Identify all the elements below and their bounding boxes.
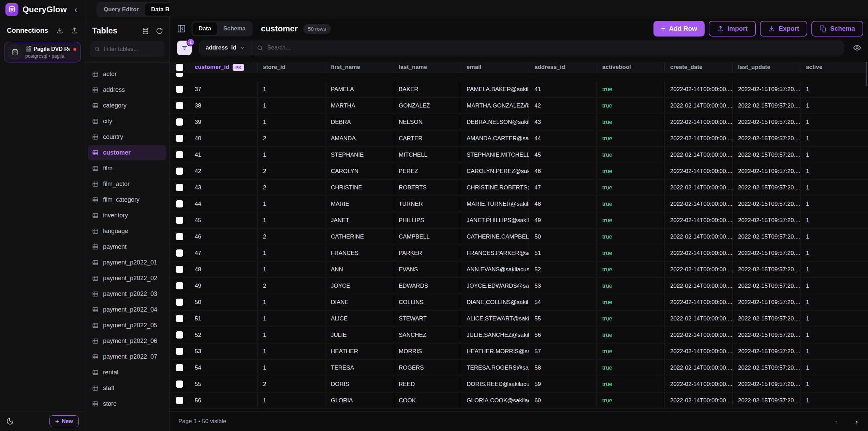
search-input[interactable]: [267, 44, 838, 51]
sidebar-item-rental[interactable]: rental: [88, 364, 166, 380]
table-row[interactable]: 371PAMELABAKERPAMELA.BAKER@sakila...41tr…: [170, 81, 868, 98]
previous-page-button[interactable]: ‹: [835, 417, 838, 426]
view-tab-data[interactable]: Data: [193, 23, 217, 35]
column-header-activebool[interactable]: activebool: [597, 62, 664, 73]
column-header-active[interactable]: active: [800, 62, 868, 73]
row-checkbox[interactable]: [176, 135, 183, 142]
sidebar-item-category[interactable]: category: [88, 98, 166, 113]
row-checkbox[interactable]: [176, 380, 183, 388]
table-row[interactable]: 391DEBRANELSONDEBRA.NELSON@sakil...43tru…: [170, 114, 868, 130]
import-button[interactable]: Import: [709, 21, 756, 37]
sidebar-item-payment-p2022-03[interactable]: payment_p2022_03: [88, 286, 166, 302]
table-row[interactable]: 402AMANDACARTERAMANDA.CARTER@sa...44true…: [170, 130, 868, 147]
sidebar-item-address[interactable]: address: [88, 82, 166, 98]
select-all-checkbox[interactable]: [176, 64, 183, 71]
row-checkbox[interactable]: [176, 348, 183, 355]
sidebar-item-film-actor[interactable]: film_actor: [88, 176, 166, 192]
tab-query-editor[interactable]: Query Editor: [98, 3, 145, 16]
filters-button[interactable]: 1: [177, 41, 192, 55]
table-row[interactable]: 531HEATHERMORRISHEATHER.MORRIS@sa...57tr…: [170, 343, 868, 360]
sidebar-item-payment-p2022-06[interactable]: payment_p2022_06: [88, 333, 166, 349]
column-header-first-name[interactable]: first_name: [325, 62, 393, 73]
row-checkbox[interactable]: [176, 233, 183, 240]
sidebar-item-film-category[interactable]: film_category: [88, 192, 166, 207]
row-checkbox[interactable]: [176, 86, 183, 93]
sidebar-item-staff[interactable]: staff: [88, 380, 166, 396]
table-row[interactable]: 441MARIETURNERMARIE.TURNER@sakila...48tr…: [170, 196, 868, 212]
row-checkbox[interactable]: [176, 118, 183, 126]
table-row[interactable]: 422CAROLYNPEREZCAROLYN.PEREZ@saki...46tr…: [170, 163, 868, 179]
database-views-button[interactable]: [142, 27, 149, 34]
row-checkbox[interactable]: [176, 184, 183, 191]
sidebar-item-customer[interactable]: customer: [88, 145, 166, 160]
row-checkbox[interactable]: [176, 331, 183, 339]
sidebar-item-actor[interactable]: actor: [88, 66, 166, 82]
row-checkbox[interactable]: [176, 397, 183, 404]
row-checkbox[interactable]: [176, 299, 183, 306]
sidebar-item-payment-p2022-04[interactable]: payment_p2022_04: [88, 302, 166, 317]
row-checkbox[interactable]: [176, 364, 183, 371]
table-row[interactable]: 381MARTHAGONZALEZMARTHA.GONZALEZ@...42tr…: [170, 98, 868, 114]
column-header-email[interactable]: email: [461, 62, 529, 73]
import-connections-button[interactable]: [56, 27, 63, 34]
sidebar-item-film[interactable]: film: [88, 160, 166, 176]
filter-tables-field[interactable]: [90, 41, 164, 57]
sidebar-item-payment[interactable]: payment: [88, 239, 166, 255]
filter-column-select[interactable]: address_id: [200, 41, 251, 55]
table-row[interactable]: 511ALICESTEWARTALICE.STEWART@sakil...55t…: [170, 311, 868, 327]
table-row[interactable]: 561GLORIACOOKGLORIA.COOK@sakilac...60tru…: [170, 392, 868, 409]
table-row[interactable]: 411STEPHANIEMITCHELLSTEPHANIE.MITCHELL..…: [170, 147, 868, 163]
sidebar-item-store[interactable]: store: [88, 396, 166, 412]
row-checkbox[interactable]: [176, 151, 183, 158]
table-row[interactable]: 451JANETPHILLIPSJANET.PHILLIPS@sakil...4…: [170, 212, 868, 229]
row-checkbox[interactable]: [176, 282, 183, 289]
table-row[interactable]: 432CHRISTINEROBERTSCHRISTINE.ROBERTS@...…: [170, 179, 868, 196]
sidebar-item-city[interactable]: city: [88, 113, 166, 129]
table-row[interactable]: 471FRANCESPARKERFRANCES.PARKER@sa...51tr…: [170, 245, 868, 261]
schema-button[interactable]: Schema: [811, 21, 863, 37]
column-header-last-update[interactable]: last_update: [732, 62, 800, 73]
add-row-button[interactable]: + Add Row: [653, 21, 705, 37]
table-row[interactable]: 492JOYCEEDWARDSJOYCE.EDWARDS@sak...53tru…: [170, 278, 868, 294]
row-checkbox[interactable]: [176, 200, 183, 207]
table-row[interactable]: 521JULIESANCHEZJULIE.SANCHEZ@sakil...56t…: [170, 327, 868, 343]
table-row[interactable]: 481ANNEVANSANN.EVANS@sakilacus...52true2…: [170, 261, 868, 278]
export-button[interactable]: Export: [760, 21, 807, 37]
table-name-label: staff: [103, 385, 115, 392]
sidebar-item-country[interactable]: country: [88, 129, 166, 145]
view-tab-schema[interactable]: Schema: [218, 23, 251, 35]
table-row[interactable]: 552DORISREEDDORIS.REED@sakilacu...59true…: [170, 376, 868, 392]
row-checkbox[interactable]: [176, 73, 183, 77]
filter-tables-input[interactable]: [103, 46, 160, 53]
sidebar-item-payment-p2022-01[interactable]: payment_p2022_01: [88, 255, 166, 270]
table-row[interactable]: 541TERESAROGERSTERESA.ROGERS@saki...58tr…: [170, 360, 868, 376]
collapse-sidebar-icon[interactable]: ‹: [72, 5, 79, 14]
refresh-tables-button[interactable]: [156, 27, 163, 34]
column-header-create-date[interactable]: create_date: [664, 62, 732, 73]
export-connections-button[interactable]: [71, 27, 78, 34]
column-header-store-id[interactable]: store_id: [257, 62, 325, 73]
row-checkbox[interactable]: [176, 315, 183, 322]
vertical-scrollbar[interactable]: [866, 62, 867, 86]
row-checkbox[interactable]: [176, 249, 183, 257]
collapse-panel-button[interactable]: [177, 24, 186, 33]
row-checkbox[interactable]: [176, 217, 183, 224]
sidebar-item-inventory[interactable]: inventory: [88, 207, 166, 223]
next-page-button[interactable]: ›: [855, 417, 858, 426]
toggle-columns-button[interactable]: [851, 44, 863, 52]
row-checkbox[interactable]: [176, 168, 183, 175]
column-header-last-name[interactable]: last_name: [393, 62, 461, 73]
table-row[interactable]: 462CATHERINECAMPBELLCATHERINE.CAMPBEL...…: [170, 229, 868, 245]
connection-card[interactable]: 🎬 Pagila DVD Re... postgresql • pagila: [4, 42, 81, 62]
row-checkbox[interactable]: [176, 102, 183, 109]
column-header-address-id[interactable]: address_id: [529, 62, 597, 73]
table-row[interactable]: 501DIANECOLLINSDIANE.COLLINS@sakil...54t…: [170, 294, 868, 311]
sidebar-item-language[interactable]: language: [88, 223, 166, 239]
row-checkbox[interactable]: [176, 266, 183, 273]
sidebar-item-payment-p2022-07[interactable]: payment_p2022_07: [88, 349, 166, 364]
new-connection-button[interactable]: + New: [49, 415, 79, 427]
sidebar-item-payment-p2022-02[interactable]: payment_p2022_02: [88, 270, 166, 286]
theme-toggle-button[interactable]: [6, 417, 14, 425]
sidebar-item-payment-p2022-05[interactable]: payment_p2022_05: [88, 317, 166, 333]
column-header-customer-id[interactable]: customer_idPK: [189, 62, 257, 73]
